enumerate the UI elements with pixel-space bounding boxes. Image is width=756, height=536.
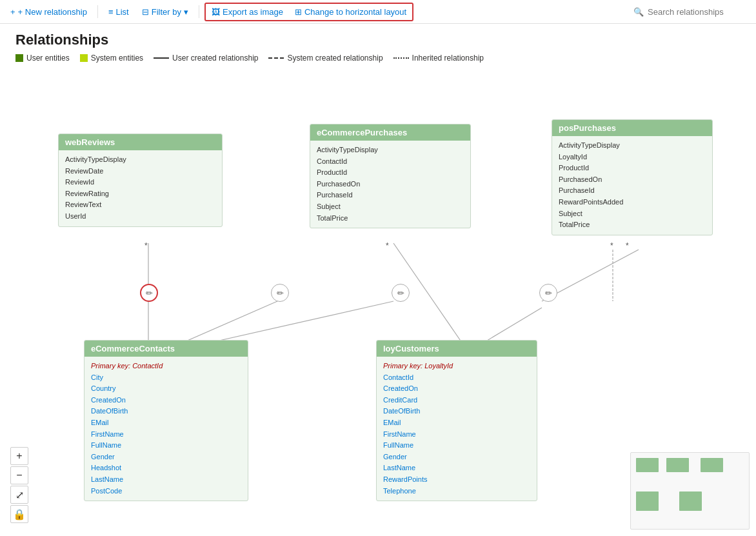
field-lc-firstname: FirstName [383, 429, 530, 441]
highlighted-group: 🖼 Export as image ⊞ Change to horizontal… [204, 3, 413, 21]
entity-loycustomers-header: loyCustomers [377, 341, 537, 357]
list-label: List [116, 7, 129, 17]
legend-user-created: User created relationship [154, 54, 258, 63]
field-activitytype2: ActivityTypeDisplay [317, 144, 464, 156]
field-reviewid: ReviewId [65, 177, 215, 188]
filter-button[interactable]: ⊟ Filter by ▾ [137, 5, 194, 19]
zoom-controls: + − ⤢ 🔒 [10, 447, 28, 523]
field-lc-lastname: LastName [383, 462, 530, 474]
system-entities-label: System entities [91, 54, 143, 63]
entity-pospurchases-header: posPurchases [552, 120, 712, 136]
legend: User entities System entities User creat… [15, 54, 484, 63]
field-purchasedon: PurchasedOn [317, 179, 464, 190]
field-lc-contactid: ContactId [383, 372, 530, 384]
field-reviewdate: ReviewDate [65, 166, 215, 177]
user-created-icon [154, 57, 169, 59]
field-ec-createdon: CreatedOn [91, 395, 241, 406]
field-pos-activitytype: ActivityTypeDisplay [559, 140, 706, 152]
entity-webreviews-header: webReviews [59, 134, 222, 150]
zoom-out-button[interactable]: − [10, 466, 28, 484]
field-lc-rewardpoints: RewardPoints [383, 474, 530, 486]
entity-webreviews-body: ActivityTypeDisplay ReviewDate ReviewId … [59, 150, 222, 226]
inherited-icon [393, 57, 409, 59]
change-layout-button[interactable]: ⊞ Change to horizontal layout [290, 5, 412, 19]
search-box[interactable]: 🔍 [633, 7, 751, 17]
plus-icon: + [10, 7, 15, 17]
field-lc-fullname: FullName [383, 440, 530, 452]
field-ec-fullname: FullName [91, 440, 241, 452]
filter-label: Filter by [152, 7, 181, 17]
mini-map [630, 452, 750, 530]
field-activitytype: ActivityTypeDisplay [65, 154, 215, 166]
list-button[interactable]: ≡ List [103, 5, 134, 19]
zoom-in-button[interactable]: + [10, 447, 28, 465]
entity-pospurchases: posPurchases ActivityTypeDisplay Loyalty… [552, 119, 713, 235]
entity-pospurchases-body: ActivityTypeDisplay LoyaltyId ProductId … [552, 136, 712, 235]
edit-button-2[interactable]: ✏ [271, 284, 289, 302]
field-pos-totalprice: TotalPrice [559, 219, 706, 231]
chevron-down-icon: ▾ [184, 7, 188, 17]
mini-card-2 [666, 458, 689, 472]
system-created-label: System created relationship [287, 54, 383, 63]
field-lc-telephone: Telephone [383, 486, 530, 497]
entity-loycustomers-body: Primary key: LoyaltyId ContactId Created… [377, 357, 537, 501]
svg-text:*: * [144, 241, 148, 250]
user-created-label: User created relationship [172, 54, 258, 63]
inherited-label: Inherited relationship [412, 54, 484, 63]
mini-card-3 [701, 458, 723, 472]
field-lc-creditcard: CreditCard [383, 395, 530, 406]
field-pos-productid: ProductId [559, 163, 706, 174]
field-ec-country: Country [91, 383, 241, 395]
field-lc-dob: DateOfBirth [383, 406, 530, 417]
field-ec-email: EMail [91, 417, 241, 429]
field-ec-dob: DateOfBirth [91, 406, 241, 417]
entity-ecommercecontacts-body: Primary key: ContactId City Country Crea… [85, 357, 248, 501]
edit-icon-4: ✏ [545, 288, 552, 298]
field-ec-pk: Primary key: ContactId [91, 361, 241, 372]
new-relationship-label: + New relationship [18, 7, 87, 17]
field-pos-rewardpoints: RewardPointsAdded [559, 197, 706, 208]
field-reviewtext: ReviewText [65, 199, 215, 211]
field-pos-purchasedon: PurchasedOn [559, 174, 706, 186]
field-ec-gender: Gender [91, 452, 241, 463]
export-icon: 🖼 [212, 7, 220, 17]
user-entities-icon [15, 54, 23, 62]
mini-map-inner [631, 453, 749, 529]
entity-loycustomers: loyCustomers Primary key: LoyaltyId Cont… [376, 340, 537, 501]
field-totalprice: TotalPrice [317, 213, 464, 224]
field-ec-lastname: LastName [91, 474, 241, 486]
entity-webreviews: webReviews ActivityTypeDisplay ReviewDat… [58, 134, 223, 227]
entity-ecommercecontacts-header: eCommerceContacts [85, 341, 248, 357]
search-icon: 🔍 [633, 7, 644, 17]
mini-card-1 [636, 458, 659, 472]
user-entities-label: User entities [26, 54, 70, 63]
page-title: Relationships [15, 32, 484, 48]
legend-inherited: Inherited relationship [393, 54, 484, 63]
search-input[interactable] [648, 7, 751, 17]
layout-icon: ⊞ [295, 7, 302, 17]
export-label: Export as image [223, 7, 283, 17]
svg-text:*: * [626, 241, 629, 250]
fit-view-button[interactable]: ⤢ [10, 486, 28, 504]
edit-button-4[interactable]: ✏ [539, 284, 557, 302]
lock-button[interactable]: 🔒 [10, 505, 28, 523]
edit-button-3[interactable]: ✏ [392, 284, 410, 302]
system-entities-icon [80, 54, 88, 62]
mini-card-5 [679, 491, 702, 511]
field-ec-headshot: Headshot [91, 462, 241, 474]
field-ec-city: City [91, 372, 241, 384]
field-subject: Subject [317, 201, 464, 213]
legend-user-entities: User entities [15, 54, 70, 63]
new-relationship-button[interactable]: + + New relationship [5, 5, 92, 19]
field-userid: UserId [65, 211, 215, 223]
page-title-area: Relationships User entities System entit… [15, 32, 484, 63]
export-image-button[interactable]: 🖼 Export as image [206, 5, 288, 19]
field-lc-email: EMail [383, 417, 530, 429]
divider-1 [97, 5, 98, 18]
system-created-icon [268, 57, 284, 59]
edit-icon-2: ✏ [277, 288, 284, 298]
edit-button-1[interactable]: ✏ [140, 284, 158, 302]
toolbar: + + New relationship ≡ List ⊟ Filter by … [0, 0, 756, 24]
change-layout-label: Change to horizontal layout [304, 7, 406, 17]
field-lc-pk: Primary key: LoyaltyId [383, 361, 530, 372]
